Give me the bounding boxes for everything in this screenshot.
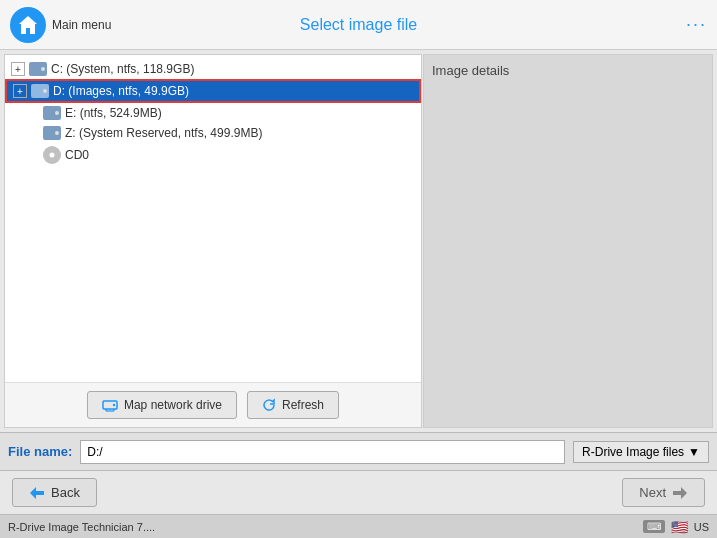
filetype-label: R-Drive Image files xyxy=(582,445,684,459)
tree-item-d-drive[interactable]: + D: (Images, ntfs, 49.9GB) xyxy=(5,79,421,103)
tree-item-z-drive[interactable]: Z: (System Reserved, ntfs, 499.9MB) xyxy=(19,123,421,143)
expand-d-drive[interactable]: + xyxy=(13,84,27,98)
logo-button[interactable] xyxy=(10,7,46,43)
svg-marker-6 xyxy=(673,487,687,499)
svg-marker-5 xyxy=(30,487,44,499)
expand-c-drive[interactable]: + xyxy=(11,62,25,76)
hdd-icon-e xyxy=(43,106,61,120)
refresh-label: Refresh xyxy=(282,398,324,412)
details-panel: Image details xyxy=(423,54,713,428)
svg-point-1 xyxy=(113,404,115,406)
header: Main menu Select image file ··· xyxy=(0,0,717,50)
back-label: Back xyxy=(51,485,80,500)
tree-item-e-drive[interactable]: E: (ntfs, 524.9MB) xyxy=(19,103,421,123)
cd0-label: CD0 xyxy=(65,148,89,162)
tree-item-c-drive[interactable]: + C: (System, ntfs, 118.9GB) xyxy=(5,59,421,79)
cd-icon-cd0 xyxy=(43,146,61,164)
map-network-drive-label: Map network drive xyxy=(124,398,222,412)
next-arrow-icon xyxy=(672,486,688,500)
next-label: Next xyxy=(639,485,666,500)
status-app-name: R-Drive Image Technician 7.... xyxy=(8,521,155,533)
page-title: Select image file xyxy=(300,16,417,34)
file-panel: + C: (System, ntfs, 118.9GB) + D: (Image… xyxy=(4,54,422,428)
flag-icon: 🇺🇸 xyxy=(671,519,688,535)
tree-item-cd0[interactable]: CD0 xyxy=(19,143,421,167)
status-bar: R-Drive Image Technician 7.... ⌨ 🇺🇸 US xyxy=(0,514,717,538)
z-drive-label: Z: (System Reserved, ntfs, 499.9MB) xyxy=(65,126,262,140)
next-button[interactable]: Next xyxy=(622,478,705,507)
d-drive-label: D: (Images, ntfs, 49.9GB) xyxy=(53,84,189,98)
locale-label: US xyxy=(694,521,709,533)
details-title: Image details xyxy=(432,63,704,78)
more-options-button[interactable]: ··· xyxy=(686,14,707,35)
nav-bar: Back Next xyxy=(0,470,717,514)
hdd-icon-c xyxy=(29,62,47,76)
dropdown-arrow-icon: ▼ xyxy=(688,445,700,459)
c-drive-label: C: (System, ntfs, 118.9GB) xyxy=(51,62,194,76)
main-menu-label[interactable]: Main menu xyxy=(52,18,111,32)
e-drive-label: E: (ntfs, 524.9MB) xyxy=(65,106,162,120)
filetype-dropdown-button[interactable]: R-Drive Image files ▼ xyxy=(573,441,709,463)
refresh-icon xyxy=(262,398,276,412)
hdd-icon-z xyxy=(43,126,61,140)
filename-input[interactable] xyxy=(80,440,565,464)
file-panel-buttons: Map network drive Refresh xyxy=(5,382,421,427)
filename-label: File name: xyxy=(8,444,72,459)
file-tree: + C: (System, ntfs, 118.9GB) + D: (Image… xyxy=(5,55,421,382)
refresh-button[interactable]: Refresh xyxy=(247,391,339,419)
hdd-icon-d xyxy=(31,84,49,98)
map-network-drive-button[interactable]: Map network drive xyxy=(87,391,237,419)
filename-bar: File name: R-Drive Image files ▼ xyxy=(0,432,717,470)
main-content: + C: (System, ntfs, 118.9GB) + D: (Image… xyxy=(0,50,717,432)
network-drive-icon xyxy=(102,397,118,413)
keyboard-icon: ⌨ xyxy=(643,520,665,533)
back-button[interactable]: Back xyxy=(12,478,97,507)
home-icon xyxy=(17,14,39,36)
status-right: ⌨ 🇺🇸 US xyxy=(643,519,709,535)
back-arrow-icon xyxy=(29,486,45,500)
